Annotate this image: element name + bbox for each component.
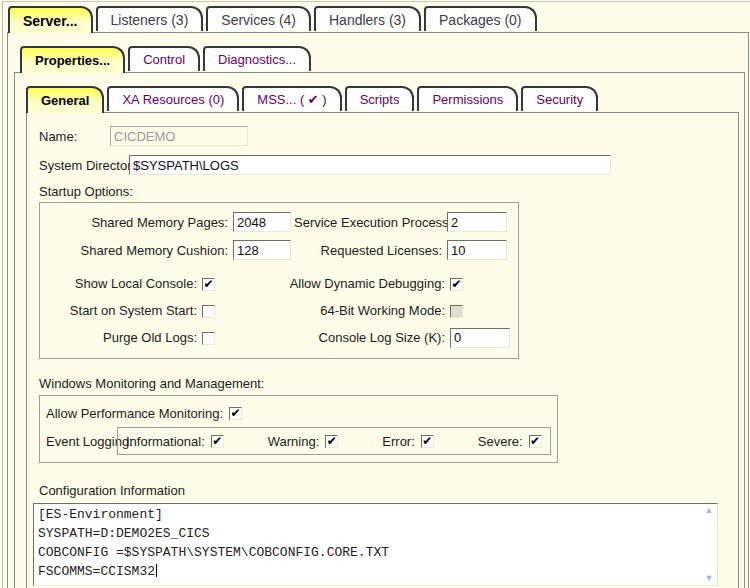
requested-licenses-input[interactable]	[447, 240, 507, 260]
purge-old-logs-label: Purge Old Logs:	[44, 330, 197, 345]
service-execution-processes-input[interactable]	[447, 212, 507, 232]
warning-checkbox[interactable]: ✔	[325, 435, 338, 448]
tab-control[interactable]: Control	[128, 46, 200, 71]
tab-services[interactable]: Services (4)	[206, 6, 311, 31]
configuration-textarea[interactable]: [ES-Environment] SYSPATH=D:DEMO2ES_CICS …	[33, 503, 718, 586]
severe-label: Severe:	[478, 434, 523, 449]
properties-tab-bar: Properties... Control Diagnostics...	[8, 46, 748, 72]
allow-performance-monitoring-label: Allow Performance Monitoring:	[46, 406, 223, 421]
tab-properties[interactable]: Properties...	[20, 46, 125, 73]
console-log-size-input[interactable]	[450, 328, 510, 348]
tab-general[interactable]: General	[26, 86, 104, 113]
start-on-system-start-label: Start on System Start:	[44, 303, 197, 318]
shared-memory-pages-input[interactable]	[233, 212, 291, 232]
tab-general-label: General	[41, 93, 89, 108]
tab-server[interactable]: Server...	[8, 6, 93, 33]
tab-control-label: Control	[143, 52, 185, 67]
text-caret	[156, 564, 157, 577]
start-on-system-start-checkbox[interactable]	[202, 305, 215, 318]
tab-packages[interactable]: Packages (0)	[424, 6, 536, 31]
startup-options-group: Shared Memory Pages: Service Execution P…	[39, 202, 519, 359]
event-logging-row: Event Logging: Informational:✔ Warning:✔…	[46, 427, 549, 455]
tab-handlers[interactable]: Handlers (3)	[314, 6, 421, 31]
server-tab-bar: Server... Listeners (3) Services (4) Han…	[3, 6, 750, 32]
general-panel: Name: System Directory: Startup Options:…	[26, 112, 739, 588]
shared-memory-pages-label: Shared Memory Pages:	[44, 215, 228, 230]
severe-checkbox[interactable]: ✔	[529, 435, 542, 448]
tab-permissions[interactable]: Permissions	[417, 86, 518, 111]
allow-dynamic-debugging-label: Allow Dynamic Debugging:	[287, 276, 445, 291]
64bit-working-mode-checkbox	[450, 305, 463, 318]
shared-memory-cushion-input[interactable]	[233, 240, 291, 260]
monitoring-title: Windows Monitoring and Management:	[39, 376, 726, 391]
requested-licenses-label: Requested Licenses:	[294, 243, 442, 258]
server-admin-page: Server... Listeners (3) Services (4) Han…	[2, 1, 750, 588]
tab-scripts-label: Scripts	[360, 92, 400, 107]
tab-server-label: Server...	[23, 13, 78, 29]
tab-listeners-label: Listeners (3)	[111, 12, 189, 28]
show-local-console-label: Show Local Console:	[44, 276, 197, 291]
system-directory-label: System Directory:	[39, 158, 129, 173]
textarea-scrollbar[interactable]: ▲ ▼	[701, 504, 717, 585]
tab-security[interactable]: Security	[521, 86, 598, 111]
64bit-working-mode-label: 64-Bit Working Mode:	[287, 303, 445, 318]
purge-old-logs-checkbox[interactable]	[202, 332, 215, 345]
informational-checkbox[interactable]: ✔	[211, 435, 224, 448]
allow-dynamic-debugging-checkbox[interactable]: ✔	[450, 278, 463, 291]
tab-handlers-label: Handlers (3)	[329, 12, 406, 28]
startup-row-3: Show Local Console: ✔ Allow Dynamic Debu…	[44, 270, 514, 297]
configuration-information-title: Configuration Information	[39, 483, 726, 498]
startup-row-1: Shared Memory Pages: Service Execution P…	[44, 208, 514, 236]
tab-xa-resources[interactable]: XA Resources (0)	[107, 86, 239, 111]
shared-memory-cushion-label: Shared Memory Cushion:	[44, 243, 228, 258]
event-logging-group: Informational:✔ Warning:✔ Error:✔ Severe…	[117, 427, 551, 455]
startup-row-2: Shared Memory Cushion: Requested License…	[44, 236, 514, 264]
tab-mss[interactable]: MSS... ( ✔ )	[242, 86, 341, 111]
error-checkbox[interactable]: ✔	[421, 435, 434, 448]
tab-diagnostics[interactable]: Diagnostics...	[203, 46, 311, 71]
tab-scripts[interactable]: Scripts	[345, 86, 415, 111]
tab-diagnostics-label: Diagnostics...	[218, 52, 296, 67]
server-panel: Properties... Control Diagnostics... Gen…	[7, 32, 749, 588]
show-local-console-checkbox[interactable]: ✔	[202, 278, 215, 291]
tab-security-label: Security	[536, 92, 583, 107]
monitoring-group: Allow Performance Monitoring: ✔ Event Lo…	[39, 395, 558, 463]
startup-row-5: Purge Old Logs: Console Log Size (K):	[44, 324, 514, 351]
performance-monitoring-row: Allow Performance Monitoring: ✔	[46, 402, 549, 424]
scroll-down-icon[interactable]: ▼	[705, 574, 714, 583]
name-input	[110, 126, 248, 146]
console-log-size-label: Console Log Size (K):	[287, 330, 445, 345]
name-row: Name:	[39, 126, 726, 146]
general-tab-bar: General XA Resources (0) MSS... ( ✔ ) Sc…	[15, 86, 744, 112]
tab-xa-resources-label: XA Resources (0)	[122, 92, 224, 107]
properties-panel: General XA Resources (0) MSS... ( ✔ ) Sc…	[14, 72, 745, 588]
configuration-text: [ES-Environment] SYSPATH=D:DEMO2ES_CICS …	[34, 504, 701, 585]
startup-options-title: Startup Options:	[39, 184, 726, 199]
informational-label: Informational:	[126, 434, 205, 449]
scroll-up-icon[interactable]: ▲	[705, 506, 714, 515]
tab-properties-label: Properties...	[35, 53, 110, 68]
name-label: Name:	[39, 129, 110, 144]
tab-permissions-label: Permissions	[432, 92, 503, 107]
allow-performance-monitoring-checkbox[interactable]: ✔	[229, 407, 242, 420]
tab-services-label: Services (4)	[221, 12, 296, 28]
tab-packages-label: Packages (0)	[439, 12, 521, 28]
startup-row-4: Start on System Start: 64-Bit Working Mo…	[44, 297, 514, 324]
warning-label: Warning:	[268, 434, 320, 449]
system-directory-row: System Directory:	[39, 155, 726, 175]
tab-listeners[interactable]: Listeners (3)	[96, 6, 204, 31]
tab-mss-label: MSS... ( ✔ )	[257, 92, 326, 107]
error-label: Error:	[382, 434, 415, 449]
service-execution-processes-label: Service Execution Processes:	[294, 215, 442, 230]
event-logging-label: Event Logging:	[46, 434, 117, 449]
system-directory-input[interactable]	[129, 155, 611, 175]
